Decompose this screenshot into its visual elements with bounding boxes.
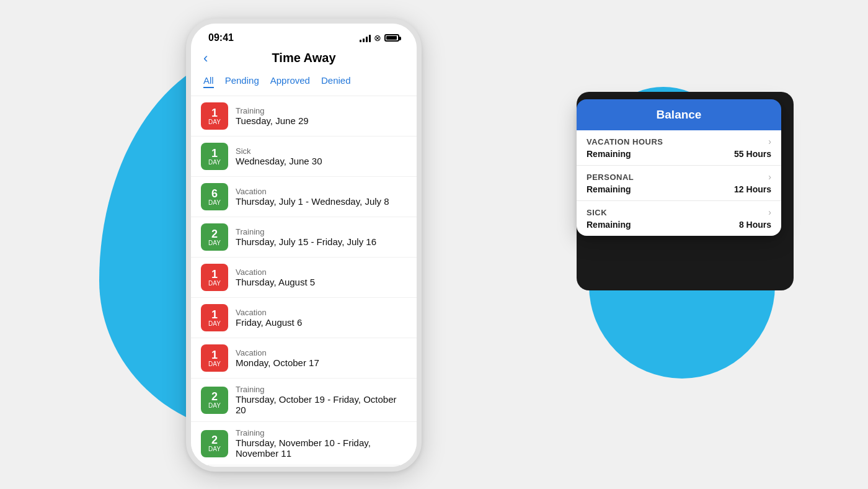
- sick-remaining-label: Remaining: [587, 220, 631, 230]
- tab-all[interactable]: All: [203, 75, 214, 88]
- list-item[interactable]: 2 Day Training Thursday, October 19 - Fr…: [191, 379, 417, 422]
- list-item[interactable]: 1 Day Training Tuesday, June 29: [191, 96, 417, 137]
- tab-denied[interactable]: Denied: [321, 75, 351, 88]
- app-header: ‹ Time Away: [191, 46, 417, 71]
- sick-row-header: SICK ›: [587, 207, 771, 217]
- back-button[interactable]: ‹: [203, 50, 208, 66]
- item-info: Vacation Monday, October 17: [236, 348, 407, 368]
- item-info: Training Thursday, July 15 - Friday, Jul…: [236, 227, 407, 247]
- day-badge: 2 Day: [201, 430, 228, 457]
- tab-approved[interactable]: Approved: [270, 75, 310, 88]
- item-info: Vacation Friday, August 6: [236, 308, 407, 328]
- vacation-row-header: VACATION HOURS ›: [587, 137, 771, 146]
- status-icons: ⊗: [360, 33, 399, 43]
- list-item[interactable]: 1 Day Vacation Monday, October 17: [191, 338, 417, 379]
- balance-body: VACATION HOURS › Remaining 55 Hours PERS…: [577, 130, 781, 236]
- balance-title: Balance: [657, 108, 702, 121]
- personal-row-header: PERSONAL ›: [587, 172, 771, 182]
- sick-category: SICK: [587, 208, 607, 217]
- item-info: Training Thursday, October 19 - Friday, …: [236, 385, 407, 415]
- item-info: Vacation Thursday, July 1 - Wednesday, J…: [236, 187, 407, 207]
- list-item[interactable]: 2 Day Training Thursday, July 15 - Frida…: [191, 217, 417, 258]
- day-badge: 2 Day: [201, 223, 228, 251]
- phone-frame: 09:41 ⊗ ‹ Time Away All Pending: [186, 19, 422, 472]
- sick-section[interactable]: SICK › Remaining 8 Hours: [577, 201, 781, 236]
- vacation-remaining-label: Remaining: [587, 149, 631, 159]
- sick-remaining-value: 8 Hours: [739, 220, 771, 230]
- status-time: 09:41: [208, 32, 234, 43]
- day-badge: 1 Day: [201, 304, 228, 331]
- vacation-detail: Remaining 55 Hours: [587, 149, 771, 159]
- item-info: Training Thursday, November 10 - Friday,…: [236, 428, 407, 459]
- day-badge: 2 Day: [201, 387, 228, 414]
- phone-wrapper: 09:41 ⊗ ‹ Time Away All Pending: [186, 19, 422, 472]
- list-item[interactable]: 1 Day Vacation Thursday, August 5: [191, 258, 417, 298]
- list-item[interactable]: 2 Day Training Thursday, November 10 - F…: [191, 422, 417, 465]
- vacation-category: VACATION HOURS: [587, 137, 663, 146]
- day-badge: 1 Day: [201, 264, 228, 291]
- filter-tabs: All Pending Approved Denied: [191, 71, 417, 96]
- wifi-icon: ⊗: [374, 33, 381, 43]
- day-badge: 6 Day: [201, 183, 228, 210]
- balance-card: Balance VACATION HOURS › Remaining 55 Ho…: [577, 99, 781, 236]
- battery-icon: [384, 34, 399, 42]
- personal-remaining-value: 12 Hours: [734, 184, 771, 194]
- tab-pending[interactable]: Pending: [225, 75, 259, 88]
- personal-chevron-icon: ›: [768, 172, 771, 182]
- list-item[interactable]: 6 Day Vacation Thursday, July 1 - Wednes…: [191, 177, 417, 217]
- item-info: Sick Wednesday, June 30: [236, 146, 407, 166]
- sick-chevron-icon: ›: [768, 207, 771, 217]
- vacation-section[interactable]: VACATION HOURS › Remaining 55 Hours: [577, 130, 781, 166]
- sick-detail: Remaining 8 Hours: [587, 220, 771, 230]
- time-list: 1 Day Training Tuesday, June 29 1 Day Si…: [191, 96, 417, 467]
- status-bar: 09:41 ⊗: [191, 24, 417, 46]
- balance-header: Balance: [577, 99, 781, 130]
- signal-icon: [360, 34, 371, 42]
- personal-category: PERSONAL: [587, 173, 634, 182]
- personal-section[interactable]: PERSONAL › Remaining 12 Hours: [577, 166, 781, 201]
- vacation-chevron-icon: ›: [768, 137, 771, 146]
- page-title: Time Away: [272, 51, 335, 65]
- personal-detail: Remaining 12 Hours: [587, 184, 771, 194]
- personal-remaining-label: Remaining: [587, 184, 631, 194]
- day-badge: 1 Day: [201, 344, 228, 372]
- vacation-remaining-value: 55 Hours: [734, 149, 771, 159]
- day-badge: 1 Day: [201, 143, 228, 170]
- list-item[interactable]: 1 Day Sick Wednesday, June 30: [191, 137, 417, 177]
- day-badge: 1 Day: [201, 102, 228, 130]
- list-item[interactable]: 1 Day Vacation Friday, August 6: [191, 298, 417, 338]
- item-info: Vacation Thursday, August 5: [236, 267, 407, 287]
- item-info: Training Tuesday, June 29: [236, 106, 407, 126]
